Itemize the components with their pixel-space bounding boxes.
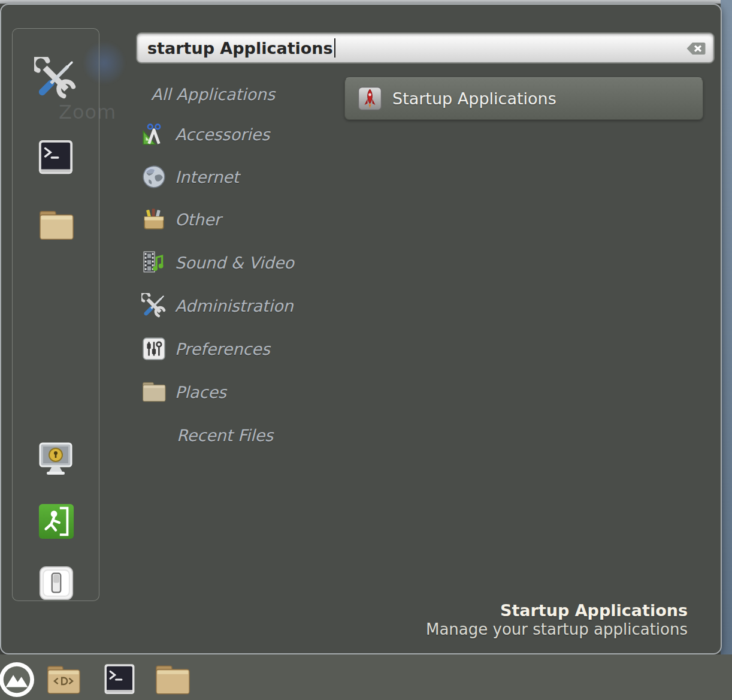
category-accessories[interactable]: Accessories bbox=[1, 113, 270, 156]
status-block: Startup Applications Manage your startup… bbox=[426, 601, 688, 639]
category-sound-video[interactable]: Sound & Video bbox=[1, 241, 294, 284]
search-input-value: startup Applications bbox=[147, 39, 333, 58]
category-internet[interactable]: Internet bbox=[1, 155, 239, 198]
category-recent-files[interactable]: Recent Files bbox=[1, 414, 273, 457]
search-input[interactable]: startup Applications bbox=[136, 32, 715, 64]
menu-panel: Zoom bbox=[0, 4, 722, 654]
category-all-applications[interactable]: All Applications bbox=[1, 73, 275, 116]
sound-video-icon bbox=[141, 249, 167, 276]
desktop-folder-icon[interactable] bbox=[46, 663, 81, 699]
text-caret bbox=[334, 38, 335, 58]
category-other[interactable]: Other bbox=[1, 198, 221, 241]
terminal-icon[interactable] bbox=[103, 663, 136, 699]
folder-icon[interactable] bbox=[154, 663, 191, 699]
logout-icon[interactable] bbox=[38, 503, 75, 542]
administration-icon bbox=[141, 292, 167, 319]
screen: Zoom bbox=[0, 0, 732, 700]
category-places[interactable]: Places bbox=[1, 370, 226, 414]
startup-rocket-icon bbox=[358, 86, 382, 111]
mint-logo-icon[interactable] bbox=[0, 661, 35, 700]
preferences-icon bbox=[141, 336, 167, 362]
category-administration[interactable]: Administration bbox=[1, 284, 294, 327]
accessories-icon bbox=[141, 121, 167, 147]
toolbox-icon bbox=[141, 206, 167, 233]
status-title: Startup Applications bbox=[426, 601, 688, 620]
category-preferences[interactable]: Preferences bbox=[1, 327, 270, 370]
shutdown-icon[interactable] bbox=[39, 566, 74, 603]
desktop-background-right bbox=[721, 0, 732, 657]
status-subtitle: Manage your startup applications bbox=[426, 620, 688, 639]
places-folder-icon bbox=[141, 379, 167, 405]
result-startup-applications[interactable]: Startup Applications bbox=[344, 77, 703, 120]
result-label: Startup Applications bbox=[392, 89, 556, 108]
taskbar bbox=[0, 654, 732, 700]
clear-search-icon[interactable] bbox=[686, 41, 706, 56]
internet-globe-icon bbox=[141, 164, 167, 190]
